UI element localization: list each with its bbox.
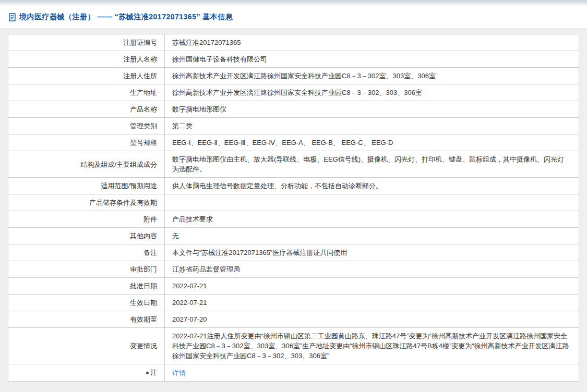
- table-row: 附件产品技术要求: [8, 211, 579, 228]
- row-value: 2022-07-21: [165, 295, 579, 311]
- document-icon: [9, 13, 16, 21]
- row-label: 产品名称: [8, 101, 165, 118]
- row-value: 徐州高新技术产业开发区漓江路徐州国家安全科技产业园C8－3－302、303、30…: [165, 84, 579, 101]
- row-label: 注册证编号: [8, 34, 165, 51]
- row-label: ●注: [8, 364, 165, 382]
- row-value: 第二类: [165, 118, 579, 134]
- row-label: 批准日期: [8, 278, 165, 295]
- table-row: 有效期至2027-07-20: [8, 311, 579, 328]
- row-label: 有效期至: [8, 311, 165, 328]
- registration-info-table: 注册证编号苏械注准20172071365注册人名称徐州国健电子设备科技有限公司注…: [8, 34, 579, 382]
- row-value: 江苏省药品监督管理局: [165, 261, 579, 278]
- row-label: 变更情况: [8, 328, 165, 364]
- detail-link[interactable]: 详情: [172, 369, 186, 377]
- table-row: 注册人住所徐州高新技术产业开发区漓江路徐州国家安全科技产业园C8－3－302室、…: [8, 68, 579, 84]
- table-row: 型号规格EEG-Ⅰ、EEG-Ⅱ、EEG-Ⅲ、EEG-Ⅳ、EEG-A、 EEG-B…: [8, 134, 579, 151]
- table-row: 审批部门江苏省药品监督管理局: [8, 261, 579, 278]
- table-row: 变更情况2022-07-21注册人住所变更由“徐州市铜山区第二工业园黄山路东、珠…: [8, 328, 579, 364]
- row-value: 2027-07-20: [165, 311, 579, 328]
- top-gradient-strip: [0, 0, 587, 6]
- table-row: 结构及组成/主要组成成分数字脑电地形图仪由主机、放大器(导联线、电极、EEG信号…: [8, 151, 579, 178]
- table-row: 生效日期2022-07-21: [8, 295, 579, 311]
- table-row: 其他内容无: [8, 228, 579, 244]
- row-label: 结构及组成/主要组成成分: [8, 151, 165, 178]
- table-row: ●注详情: [8, 364, 579, 382]
- row-value: 徐州高新技术产业开发区漓江路徐州国家安全科技产业园C8－3－302室、303室、…: [165, 68, 579, 84]
- row-value: 徐州国健电子设备科技有限公司: [165, 51, 579, 68]
- table-row: 产品储存条件及有效期: [8, 194, 579, 211]
- content-area: 注册证编号苏械注准20172071365注册人名称徐州国健电子设备科技有限公司注…: [0, 28, 587, 382]
- row-value: 无: [165, 228, 579, 244]
- row-label: 生效日期: [8, 295, 165, 311]
- row-value: [165, 194, 579, 211]
- row-label: 注册人住所: [8, 68, 165, 84]
- table-row: 注册人名称徐州国健电子设备科技有限公司: [8, 51, 579, 68]
- row-label: 型号规格: [8, 134, 165, 151]
- table-row: 批准日期2022-07-21: [8, 278, 579, 295]
- row-label: 其他内容: [8, 228, 165, 244]
- table-row: 产品名称数字脑电地形图仪: [8, 101, 579, 118]
- row-label: 生产地址: [8, 84, 165, 101]
- row-label: 附件: [8, 211, 165, 228]
- table-row: 备注本文件与“苏械注准20172071365”医疗器械注册证共同使用: [8, 244, 579, 261]
- table-row: 适用范围/预期用途供人体脑电生理信号数据定量处理、分析功能，不包括自动诊断部分。: [8, 178, 579, 194]
- row-value: 2022-07-21注册人住所变更由“徐州市铜山区第二工业园黄山路东、珠江路47…: [165, 328, 579, 364]
- row-value: 数字脑电地形图仪由主机、放大器(导联线、电极、EEG信号线)、摄像机、闪光灯、打…: [165, 151, 579, 178]
- note-dot-icon: ●: [146, 369, 149, 376]
- row-value: 产品技术要求: [165, 211, 579, 228]
- row-value: 苏械注准20172071365: [165, 34, 579, 51]
- row-value: 供人体脑电生理信号数据定量处理、分析功能，不包括自动诊断部分。: [165, 178, 579, 194]
- title-bar: 境内医疗器械（注册） —— “苏械注准20172071365” 基本信息: [0, 6, 587, 28]
- row-value: 2022-07-21: [165, 278, 579, 295]
- table-row: 管理类别第二类: [8, 118, 579, 134]
- page-title: 境内医疗器械（注册） —— “苏械注准20172071365” 基本信息: [19, 13, 233, 22]
- row-label: 注册人名称: [8, 51, 165, 68]
- row-value: EEG-Ⅰ、EEG-Ⅱ、EEG-Ⅲ、EEG-Ⅳ、EEG-A、 EEG-B、 EE…: [165, 134, 579, 151]
- row-label: 备注: [8, 244, 165, 261]
- row-label: 产品储存条件及有效期: [8, 194, 165, 211]
- table-row: 注册证编号苏械注准20172071365: [8, 34, 579, 51]
- row-label: 审批部门: [8, 261, 165, 278]
- row-label: 管理类别: [8, 118, 165, 134]
- row-value: 本文件与“苏械注准20172071365”医疗器械注册证共同使用: [165, 244, 579, 261]
- row-value: 数字脑电地形图仪: [165, 101, 579, 118]
- info-table-body: 注册证编号苏械注准20172071365注册人名称徐州国健电子设备科技有限公司注…: [8, 34, 579, 382]
- row-label: 适用范围/预期用途: [8, 178, 165, 194]
- table-row: 生产地址徐州高新技术产业开发区漓江路徐州国家安全科技产业园C8－3－302、30…: [8, 84, 579, 101]
- row-value: 详情: [165, 364, 579, 382]
